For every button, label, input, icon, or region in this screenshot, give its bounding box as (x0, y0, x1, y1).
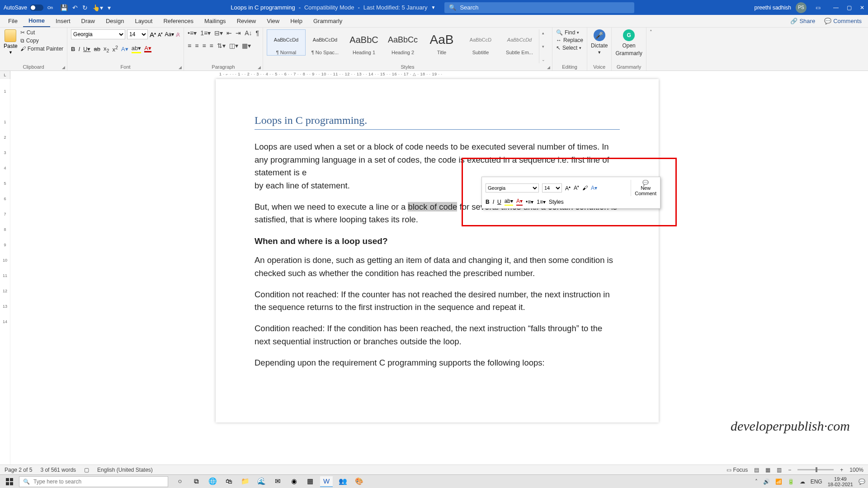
ime-indicator[interactable]: ENG (811, 479, 822, 485)
style-subtitle[interactable]: AaBbCcDSubtitle (461, 29, 500, 56)
chevron-down-icon[interactable]: ▼ (597, 50, 601, 55)
app-icon[interactable]: ◉ (288, 476, 300, 487)
clear-format-icon[interactable]: A̷ (176, 31, 180, 38)
zoom-slider[interactable] (797, 469, 834, 470)
edge-icon[interactable]: 🌊 (255, 476, 268, 487)
text-effects-icon[interactable]: A▾ (121, 46, 128, 52)
dialog-launcher-icon[interactable]: ◢ (258, 65, 261, 70)
decrease-indent-icon[interactable]: ⇤ (226, 29, 232, 37)
numbering-icon[interactable]: 1≡▾ (537, 199, 546, 205)
ribbon-display-icon[interactable]: ▭ (816, 5, 821, 11)
underline-button[interactable]: U (497, 199, 501, 205)
highlight-icon[interactable]: ab▾ (132, 45, 141, 53)
grow-font-icon[interactable]: A▴ (565, 185, 571, 192)
align-center-icon[interactable]: ≡ (195, 42, 198, 49)
show-marks-icon[interactable]: ¶ (255, 29, 259, 37)
dialog-launcher-icon[interactable]: ◢ (62, 65, 65, 70)
grow-font-icon[interactable]: A▴ (150, 31, 156, 38)
account-area[interactable]: preethi sadhish PS ▭ — ▢ ✕ (755, 2, 864, 13)
italic-button[interactable]: I (493, 199, 494, 205)
mail-icon[interactable]: ✉ (271, 476, 284, 487)
select-button[interactable]: ↖Select ▾ (556, 45, 581, 51)
bullets-icon[interactable]: •≡▾ (188, 29, 197, 37)
mic-icon[interactable]: 🎤 (594, 29, 605, 41)
format-painter-button[interactable]: 🖌Format Painter (20, 46, 63, 52)
paint-icon[interactable]: 🎨 (353, 476, 365, 487)
zoom-out-icon[interactable]: − (788, 467, 791, 473)
open-grammarly-button[interactable]: Open (622, 42, 635, 49)
cut-button[interactable]: ✂Cut (20, 29, 63, 36)
styles-button[interactable]: Styles (549, 199, 564, 205)
word-icon[interactable]: W (320, 476, 333, 487)
maximize-icon[interactable]: ▢ (847, 5, 852, 11)
teams-icon[interactable]: 👥 (336, 476, 349, 487)
spellcheck-icon[interactable]: ▢ (84, 467, 89, 473)
font-color-icon[interactable]: A▾ (144, 46, 151, 52)
italic-button[interactable]: I (78, 46, 80, 52)
underline-button[interactable]: U▾ (83, 46, 90, 52)
app-icon[interactable]: ▦ (304, 476, 316, 487)
chrome-icon[interactable]: 🌐 (206, 476, 219, 487)
touch-mode-icon[interactable]: 👆▾ (92, 4, 103, 11)
language-indicator[interactable]: English (United States) (97, 467, 153, 473)
align-left-icon[interactable]: ≡ (188, 42, 191, 49)
tab-layout[interactable]: Layout (129, 15, 158, 27)
subscript-button[interactable]: x2 (104, 45, 109, 53)
notifications-icon[interactable]: 💬 (859, 479, 865, 485)
tab-grammarly[interactable]: Grammarly (308, 15, 348, 27)
shading-icon[interactable]: ◫▾ (229, 42, 238, 49)
ruler-vertical[interactable]: 11234567891011121314 (0, 79, 10, 474)
shrink-font-icon[interactable]: A▾ (158, 32, 163, 38)
minimize-icon[interactable]: — (833, 5, 839, 11)
share-button[interactable]: 🔗 Share (788, 18, 818, 24)
justify-icon[interactable]: ≡ (210, 42, 213, 49)
word-count[interactable]: 3 of 561 words (40, 467, 76, 473)
font-color-icon[interactable]: A▾ (516, 198, 523, 206)
font-name-select[interactable]: Georgia (71, 29, 125, 39)
tab-view[interactable]: View (261, 15, 285, 27)
superscript-button[interactable]: x2 (112, 45, 118, 53)
explorer-icon[interactable]: 📁 (239, 476, 251, 487)
dialog-launcher-icon[interactable]: ◢ (547, 65, 550, 70)
start-button[interactable] (3, 476, 16, 487)
ruler-scale[interactable]: 1 · ⌐ · · · 1 · · 2 · · 3 · · 4 · · 5 · … (219, 72, 442, 76)
shrink-font-icon[interactable]: A▾ (574, 185, 579, 191)
onedrive-icon[interactable]: ☁ (800, 479, 805, 485)
style-nospacing[interactable]: AaBbCcDd¶ No Spac... (306, 29, 344, 56)
customize-qat-icon[interactable]: ▾ (108, 4, 111, 11)
line-spacing-icon[interactable]: ⇅▾ (217, 42, 226, 49)
dictate-button[interactable]: Dictate (591, 42, 608, 49)
grammarly-icon[interactable]: G (623, 29, 635, 41)
tab-help[interactable]: Help (285, 15, 308, 27)
text-selection[interactable]: block of code (408, 202, 457, 211)
avatar[interactable]: PS (796, 2, 807, 13)
highlight-icon[interactable]: ab▾ (505, 198, 513, 206)
store-icon[interactable]: 🛍 (222, 476, 235, 487)
replace-button[interactable]: ↔Replace (556, 37, 583, 43)
wifi-icon[interactable]: 📶 (775, 479, 782, 485)
tab-mailings[interactable]: Mailings (199, 15, 231, 27)
tab-selector[interactable]: L (0, 71, 10, 79)
taskview-icon[interactable]: ⧉ (190, 476, 203, 487)
chevron-down-icon[interactable]: ▼ (9, 50, 13, 55)
focus-mode-button[interactable]: ▭ Focus (726, 467, 748, 473)
bold-button[interactable]: B (71, 46, 75, 52)
sort-icon[interactable]: A↓ (245, 29, 252, 37)
tray-expand-icon[interactable]: ˄ (755, 479, 758, 485)
strike-button[interactable]: ab (94, 46, 100, 52)
clock[interactable]: 19:49 18-02-2021 (828, 476, 853, 487)
zoom-level[interactable]: 100% (849, 467, 863, 473)
redo-icon[interactable]: ↻ (82, 4, 88, 11)
format-painter-icon[interactable]: 🖌 (582, 185, 588, 191)
cortana-icon[interactable]: ○ (174, 476, 186, 487)
close-icon[interactable]: ✕ (860, 5, 864, 11)
battery-icon[interactable]: 🔋 (788, 479, 794, 485)
last-modified[interactable]: Last Modified: 5 January (363, 4, 428, 11)
view-read-icon[interactable]: ▤ (754, 467, 759, 473)
style-title[interactable]: AaBTitle (422, 29, 461, 56)
toggle-icon[interactable] (30, 5, 43, 11)
collapse-ribbon-icon[interactable]: ˄ (646, 28, 656, 70)
mini-font-select[interactable]: Georgia (486, 183, 539, 192)
borders-icon[interactable]: ▦▾ (242, 42, 251, 49)
save-icon[interactable]: 💾 (60, 4, 68, 11)
